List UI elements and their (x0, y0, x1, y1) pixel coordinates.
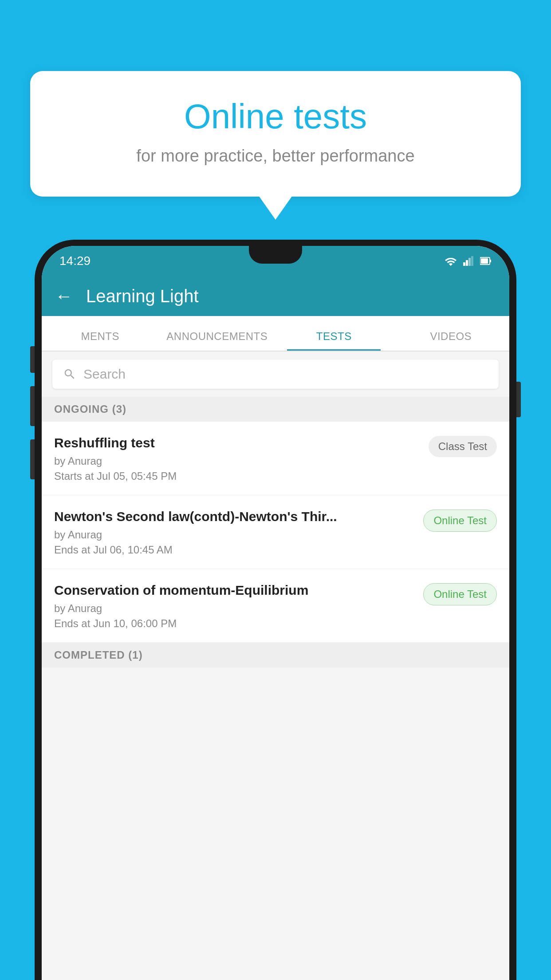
ongoing-section-header: ONGOING (3) (42, 397, 509, 422)
test-author: by Anurag (54, 602, 423, 615)
search-placeholder: Search (83, 367, 126, 382)
phone-screen: 14:29 (42, 246, 509, 980)
test-name: Reshuffling test (54, 434, 429, 451)
speech-bubble: Online tests for more practice, better p… (30, 71, 521, 197)
battery-icon (480, 256, 492, 266)
test-badge: Class Test (429, 436, 497, 457)
test-item[interactable]: Conservation of momentum-Equilibrium by … (42, 569, 509, 643)
search-bar[interactable]: Search (52, 360, 499, 389)
test-list: Reshuffling test by Anurag Starts at Jul… (42, 422, 509, 643)
test-name: Newton's Second law(contd)-Newton's Thir… (54, 508, 423, 525)
volume-silent-button (30, 346, 35, 373)
test-info: Newton's Second law(contd)-Newton's Thir… (54, 508, 423, 556)
svg-rect-0 (463, 262, 465, 266)
volume-up-button (30, 386, 35, 426)
test-author: by Anurag (54, 529, 423, 541)
svg-rect-6 (481, 258, 488, 264)
phone-frame: 14:29 (35, 240, 516, 980)
volume-down-button (30, 439, 35, 479)
notch (249, 246, 302, 264)
test-item[interactable]: Reshuffling test by Anurag Starts at Jul… (42, 422, 509, 495)
status-bar: 14:29 (42, 246, 509, 276)
completed-section-header: COMPLETED (1) (42, 643, 509, 668)
app-header: ← Learning Light (42, 276, 509, 316)
svg-rect-3 (471, 256, 473, 266)
svg-rect-5 (490, 260, 491, 262)
test-date: Starts at Jul 05, 05:45 PM (54, 470, 429, 482)
tab-bar: MENTS ANNOUNCEMENTS TESTS VIDEOS (42, 316, 509, 352)
test-info: Conservation of momentum-Equilibrium by … (54, 581, 423, 630)
search-container: Search (42, 352, 509, 397)
signal-icon (463, 256, 474, 266)
tab-tests[interactable]: TESTS (276, 330, 393, 351)
test-date: Ends at Jun 10, 06:00 PM (54, 617, 423, 630)
test-badge: Online Test (423, 583, 497, 605)
tab-announcements[interactable]: ANNOUNCEMENTS (159, 330, 276, 351)
test-date: Ends at Jul 06, 10:45 AM (54, 544, 423, 556)
test-item[interactable]: Newton's Second law(contd)-Newton's Thir… (42, 495, 509, 569)
test-badge: Online Test (423, 510, 497, 532)
search-icon (63, 368, 76, 381)
bubble-title: Online tests (52, 98, 499, 136)
tab-videos[interactable]: VIDEOS (393, 330, 510, 351)
svg-rect-2 (468, 258, 471, 266)
status-icons (445, 256, 492, 266)
test-name: Conservation of momentum-Equilibrium (54, 581, 423, 599)
svg-rect-1 (466, 260, 468, 266)
test-info: Reshuffling test by Anurag Starts at Jul… (54, 434, 429, 482)
wifi-icon (445, 256, 457, 266)
bubble-subtitle: for more practice, better performance (52, 146, 499, 166)
app-title: Learning Light (86, 286, 199, 306)
test-author: by Anurag (54, 455, 429, 467)
status-time: 14:29 (59, 254, 91, 268)
tab-ments[interactable]: MENTS (42, 330, 159, 351)
back-button[interactable]: ← (55, 286, 73, 306)
power-button (516, 382, 521, 417)
